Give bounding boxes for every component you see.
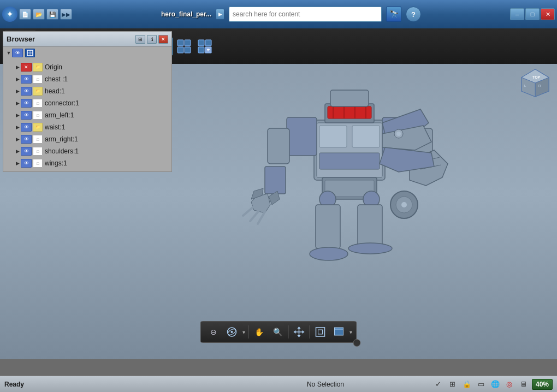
bt-divider [248, 325, 249, 338]
cancel-circle-btn[interactable]: ⊖ [205, 324, 222, 340]
item-toggle[interactable]: ▶ [14, 148, 21, 155]
layers-dropdown[interactable]: ▾ [349, 329, 352, 335]
file-title: hero_final_per... [161, 10, 211, 18]
browser-close-btn[interactable]: ✕ [158, 35, 168, 44]
save-btn[interactable]: 💾 [46, 9, 58, 20]
dropdown-arrow[interactable]: ▶ [216, 9, 224, 20]
search-icon-btn[interactable]: 🔭 [386, 7, 401, 22]
open-btn[interactable]: 📂 [33, 9, 45, 20]
svg-rect-60 [265, 167, 286, 194]
eye-toggle[interactable]: 👁 [21, 75, 32, 84]
eye-toggle[interactable]: 👁 [21, 147, 32, 156]
tree-area: ▶ ✕ 📁 Origin ▶ 👁 □ chest :1 ▶ 👁 📁 head:1… [3, 59, 171, 171]
svg-rect-99 [316, 328, 325, 336]
item-toggle[interactable]: ▶ [14, 64, 21, 70]
display-icon[interactable]: 🖥 [518, 378, 530, 390]
browser-grid-btn[interactable]: ⊞ [135, 35, 145, 44]
shape-mode-btn[interactable] [195, 37, 214, 56]
item-toggle[interactable]: ▶ [14, 112, 21, 118]
item-label: arm_right:1 [45, 135, 78, 143]
forward-btn[interactable]: ▶▶ [60, 9, 72, 20]
item-toggle[interactable]: ▶ [14, 88, 21, 94]
item-toggle[interactable]: ▶ [14, 76, 21, 82]
transform-icon[interactable]: ⊞ [447, 378, 459, 390]
eye-toggle[interactable]: 👁 [21, 123, 32, 132]
browser-title: Browser [7, 35, 135, 43]
list-item[interactable]: ▶ 👁 □ connector:1 [3, 97, 171, 109]
svg-rect-48 [352, 126, 380, 147]
svg-marker-95 [298, 326, 301, 329]
layers-btn[interactable] [331, 324, 347, 340]
zoom-level[interactable]: 40% [532, 379, 553, 390]
close-btn[interactable]: ✕ [541, 8, 555, 20]
item-toggle[interactable]: ▶ [14, 124, 21, 130]
minimize-btn[interactable]: – [510, 8, 524, 20]
robot-model [153, 67, 546, 326]
list-item[interactable]: ▶ 👁 □ wings:1 [3, 157, 171, 169]
browser-info-btn[interactable]: ℹ [147, 35, 157, 44]
item-toggle[interactable]: ▶ [14, 100, 21, 106]
search-input[interactable] [229, 7, 382, 22]
list-item[interactable]: ▶ 👁 □ chest :1 [3, 73, 171, 85]
eye-toggle[interactable]: 👁 [21, 87, 32, 96]
bottom-toolbar: ⊖ ▾ ✋ 🔍 ▾ [200, 321, 357, 343]
status-right: ✓ ⊞ 🔒 ▭ 🌐 ◎ 🖥 40% [432, 378, 553, 390]
list-item[interactable]: ▶ ✕ 📁 Origin [3, 61, 171, 73]
svg-rect-59 [268, 128, 289, 164]
zoom-btn[interactable]: 🔍 [270, 324, 286, 340]
status-selection: No Selection [218, 381, 432, 388]
corner-handle[interactable] [353, 339, 361, 347]
maximize-btn[interactable]: □ [525, 8, 540, 20]
target-icon[interactable]: ◎ [503, 378, 515, 390]
nav-cube[interactable]: TOP R L [519, 67, 552, 99]
obj-icon: □ [33, 135, 43, 144]
browser-header-btns: ⊞ ℹ ✕ [135, 35, 168, 44]
frame-status-icon[interactable]: ▭ [475, 378, 487, 390]
item-toggle[interactable]: ▶ [14, 136, 21, 142]
new-btn[interactable]: 📄 [19, 9, 31, 20]
eye-toggle[interactable]: ✕ [21, 63, 32, 72]
list-item[interactable]: ▶ 👁 □ shoulders:1 [3, 145, 171, 157]
svg-rect-72 [316, 205, 340, 248]
lock-icon[interactable]: 🔒 [461, 378, 473, 390]
item-label: wings:1 [45, 159, 67, 167]
svg-point-78 [401, 202, 407, 207]
root-eye[interactable]: 👁 [12, 49, 23, 57]
svg-rect-100 [318, 330, 323, 334]
eye-toggle[interactable]: 👁 [21, 135, 32, 144]
svg-rect-30 [177, 47, 183, 53]
svg-line-83 [243, 206, 254, 216]
globe-icon[interactable]: 🌐 [489, 378, 501, 390]
check-icon[interactable]: ✓ [432, 378, 445, 390]
eye-toggle[interactable]: 👁 [21, 99, 32, 108]
orbit-btn[interactable] [224, 324, 240, 340]
status-ready: Ready [4, 381, 218, 388]
frame-btn[interactable] [312, 324, 329, 340]
move-btn[interactable] [291, 324, 307, 340]
svg-rect-34 [198, 47, 204, 53]
orbit-dropdown[interactable]: ▾ [242, 329, 245, 335]
svg-line-84 [250, 210, 259, 221]
svg-rect-31 [185, 47, 191, 53]
svg-point-92 [231, 331, 233, 333]
svg-line-85 [258, 212, 265, 224]
pan-btn[interactable]: ✋ [251, 324, 268, 340]
list-item[interactable]: ▶ 👁 📁 head:1 [3, 85, 171, 97]
obj-icon: 📁 [33, 123, 43, 132]
browser-header: Browser ⊞ ℹ ✕ [3, 32, 171, 47]
help-btn[interactable]: ? [406, 7, 421, 22]
item-label: waist:1 [45, 123, 65, 131]
root-toggle[interactable]: ▼ [5, 50, 12, 56]
item-label: chest :1 [45, 75, 68, 83]
status-bar: Ready No Selection ✓ ⊞ 🔒 ▭ 🌐 ◎ 🖥 40% [0, 376, 557, 392]
svg-marker-98 [303, 330, 305, 334]
list-item[interactable]: ▶ 👁 📁 waist:1 [3, 121, 171, 133]
list-item[interactable]: ▶ 👁 □ arm_left:1 [3, 109, 171, 121]
eye-toggle[interactable]: 👁 [21, 111, 32, 120]
quad-mode-btn[interactable] [175, 37, 193, 56]
eye-toggle[interactable]: 👁 [21, 159, 32, 168]
item-toggle[interactable]: ▶ [14, 160, 21, 167]
svg-rect-57 [287, 117, 317, 156]
svg-point-75 [348, 243, 392, 254]
list-item[interactable]: ▶ 👁 □ arm_right:1 [3, 133, 171, 145]
